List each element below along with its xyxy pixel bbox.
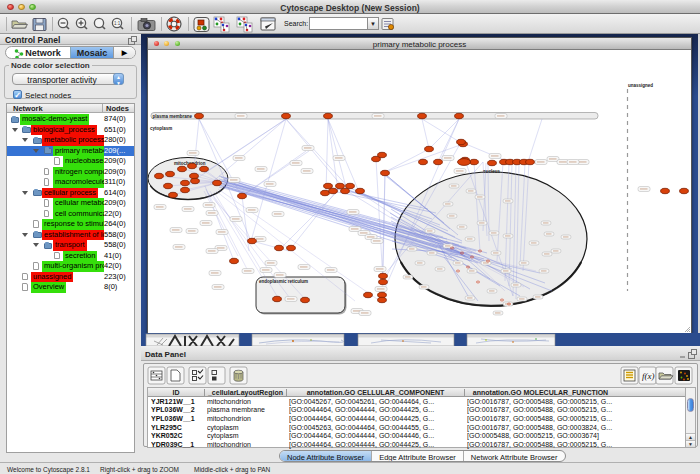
- svg-text:cytoplasm: cytoplasm: [150, 126, 172, 131]
- svg-text:unassigned: unassigned: [628, 83, 653, 88]
- svg-text:endoplasmic reticulum: endoplasmic reticulum: [259, 279, 308, 284]
- svg-text:1:1: 1:1: [114, 21, 121, 26]
- svg-text:f(x): f(x): [642, 371, 655, 381]
- svg-text:plasma membrane: plasma membrane: [153, 114, 193, 119]
